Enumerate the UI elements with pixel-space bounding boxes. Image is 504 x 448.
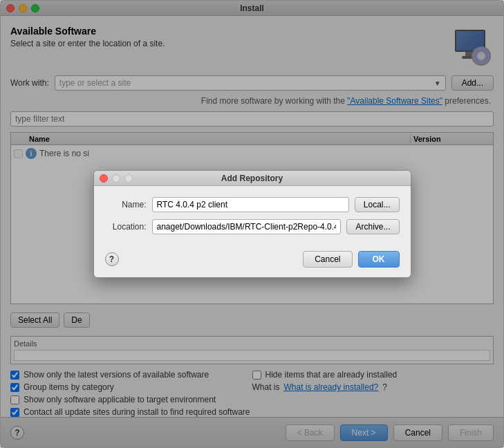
modal-ok-button[interactable]: OK <box>358 251 400 268</box>
modal-help-button[interactable]: ? <box>105 252 119 266</box>
name-input[interactable] <box>152 197 349 212</box>
modal-body: Name: Local... Location: Archive... <box>94 186 411 245</box>
modal-overlay: Add Repository Name: Local... Location: … <box>1 1 503 447</box>
local-button[interactable]: Local... <box>355 197 400 212</box>
name-label: Name: <box>105 200 147 209</box>
modal-dialog: Add Repository Name: Local... Location: … <box>93 170 411 278</box>
location-input[interactable] <box>152 219 342 234</box>
modal-footer-buttons: Cancel OK <box>303 251 399 268</box>
modal-title-bar: Add Repository <box>94 171 411 186</box>
modal-close-button[interactable] <box>100 174 108 183</box>
name-field-row: Name: Local... <box>105 197 400 212</box>
modal-footer: ? Cancel OK <box>94 245 411 277</box>
modal-cancel-button[interactable]: Cancel <box>303 251 352 268</box>
location-field-row: Location: Archive... <box>105 219 400 234</box>
location-label: Location: <box>105 222 147 232</box>
modal-min-button <box>112 174 120 183</box>
modal-max-button <box>124 174 133 183</box>
main-window: Install Available Software Select a site… <box>0 0 504 448</box>
modal-title: Add Repository <box>221 174 283 183</box>
archive-button[interactable]: Archive... <box>346 219 399 234</box>
